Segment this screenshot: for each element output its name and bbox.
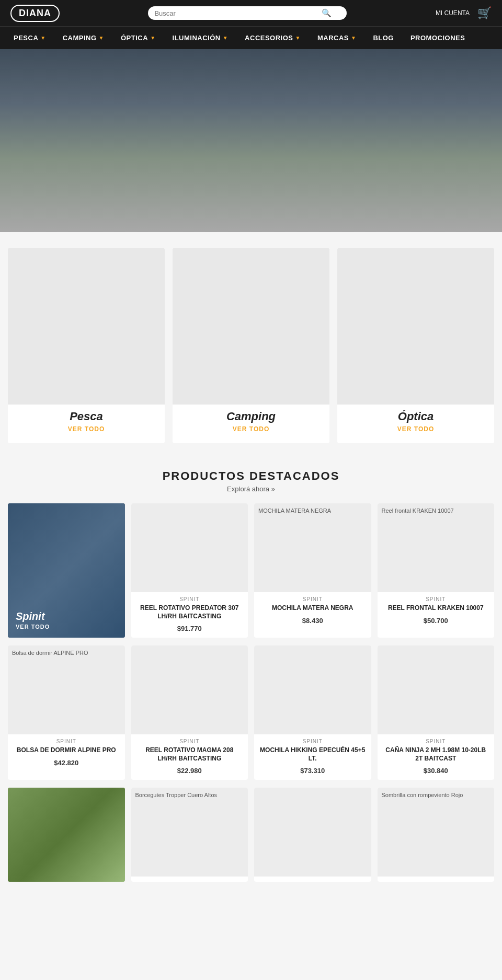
product-price: $8.430 [254,617,371,625]
category-link-optica[interactable]: VER TODO [397,425,434,433]
spinit-promo-card[interactable]: Spinit VER TODO [8,503,125,638]
chevron-down-icon: ▼ [223,35,228,41]
category-img-pesca [8,248,165,405]
search-input[interactable] [154,9,322,17]
product-brand: SPINIT [254,739,371,744]
chevron-down-icon: ▼ [40,35,45,41]
featured-title: PRODUCTOS DESTACADOS [8,469,494,483]
nav-item-promociones[interactable]: PROMOCIONES [402,27,473,49]
nav-item-optica[interactable]: ÓPTICA ▼ [112,27,164,49]
nav-item-camping[interactable]: CAMPING ▼ [54,27,112,49]
hero-banner-overlay [0,49,502,232]
product-brand: SPINIT [131,596,248,602]
product-grid-row3: Borceguíes Tropper Cuero Altos Sombrilla… [8,788,494,882]
product-brand: SPINIT [378,739,495,744]
product-img-reel-predator [131,503,248,592]
product-card-sombrilla[interactable]: Sombrilla con rompeviento Rojo [378,788,495,882]
cart-icon[interactable]: 🛒 [477,6,492,20]
product-img-sombrilla: Sombrilla con rompeviento Rojo [378,788,495,877]
product-img-borceguies: Borceguíes Tropper Cuero Altos [131,788,248,877]
chevron-down-icon: ▼ [351,35,356,41]
nav-item-blog[interactable]: BLOG [364,27,402,49]
category-title-camping: Camping [226,410,276,423]
product-card-borceguies[interactable]: Borceguíes Tropper Cuero Altos [131,788,248,882]
category-section: Pesca VER TODO Camping VER TODO Óptica V… [0,232,502,454]
product-card-reel-kraken[interactable]: Reel frontal KRAKEN 10007 SPINIT REEL FR… [378,503,495,638]
product-img-mochila-matera: MOCHILA MATERA NEGRA [254,503,371,592]
category-link-camping[interactable]: VER TODO [233,425,269,433]
category-link-pesca[interactable]: VER TODO [68,425,105,433]
product-name: REEL ROTATIVO MAGMA 208 LH/RH BAITCASTIN… [131,744,248,765]
hero-banner [0,49,502,232]
search-bar: 🔍 [148,6,347,20]
category-card-optica[interactable]: Óptica VER TODO [337,248,494,443]
product-card-mochila-matera[interactable]: MOCHILA MATERA NEGRA SPINIT MOCHILA MATE… [254,503,371,638]
product-brand: SPINIT [254,596,371,602]
header-right: MI CUENTA 🛒 [436,6,492,20]
logo[interactable]: DIANA [10,5,60,22]
product-img-bolsa-dormir: Bolsa de dormir ALPINE PRO [8,645,125,734]
mi-cuenta-link[interactable]: MI CUENTA [436,9,470,17]
category-card-pesca[interactable]: Pesca VER TODO [8,248,165,443]
camping-promo-card[interactable] [8,788,125,882]
product-img-reel-kraken: Reel frontal KRAKEN 10007 [378,503,495,592]
category-img-optica [337,248,494,405]
product-price: $73.310 [254,767,371,775]
category-title-pesca: Pesca [70,410,103,423]
camping-promo-image [8,788,125,882]
category-title-optica: Óptica [398,410,433,423]
product-grid-row1: Spinit VER TODO SPINIT REEL ROTATIVO PRE… [8,503,494,638]
product-img-placeholder [254,788,371,877]
product-card-placeholder[interactable] [254,788,371,882]
product-card-cana-ninja[interactable]: SPINIT CAÑA NINJA 2 MH 1.98M 10-20LB 2T … [378,645,495,780]
product-name: CAÑA NINJA 2 MH 1.98M 10-20LB 2T BAITCAS… [378,744,495,765]
top-header: DIANA 🔍 MI CUENTA 🛒 [0,0,502,26]
chevron-down-icon: ▼ [99,35,104,41]
main-nav: PESCA ▼ CAMPING ▼ ÓPTICA ▼ ILUMINACIÓN ▼… [0,26,502,49]
product-img-label: MOCHILA MATERA NEGRA [258,508,331,514]
product-price: $50.700 [378,617,495,625]
category-img-camping [173,248,329,405]
spinit-ver-todo-link[interactable]: VER TODO [16,624,117,630]
featured-section: PRODUCTOS DESTACADOS Explorá ahora » Spi… [0,454,502,900]
product-brand: SPINIT [8,739,125,744]
product-price: $91.770 [131,625,248,632]
product-card-bolsa-dormir[interactable]: Bolsa de dormir ALPINE PRO SPINIT BOLSA … [8,645,125,780]
product-img-reel-magma [131,645,248,734]
nav-item-marcas[interactable]: MARCAS ▼ [309,27,364,49]
spinit-brand-label: Spinit [16,610,117,622]
chevron-down-icon: ▼ [295,35,301,41]
product-brand: SPINIT [131,739,248,744]
product-img-label: Borceguíes Tropper Cuero Altos [135,792,218,798]
product-brand: SPINIT [378,596,495,602]
product-price: $30.840 [378,767,495,775]
product-img-label: Sombrilla con rompeviento Rojo [382,792,463,798]
product-img-label: Reel frontal KRAKEN 10007 [382,508,454,514]
product-name: MOCHILA MATERA NEGRA [254,602,371,615]
chevron-down-icon: ▼ [150,35,155,41]
product-card-mochila-hikking[interactable]: SPINIT MOCHILA HIKKING EPECUÉN 45+5 LT. … [254,645,371,780]
product-name: REEL ROTATIVO PREDATOR 307 LH/RH BAITCAS… [131,602,248,622]
product-card-reel-predator[interactable]: SPINIT REEL ROTATIVO PREDATOR 307 LH/RH … [131,503,248,638]
product-img-cana-ninja [378,645,495,734]
product-img-mochila-hikking [254,645,371,734]
nav-item-iluminacion[interactable]: ILUMINACIÓN ▼ [164,27,237,49]
category-card-camping[interactable]: Camping VER TODO [173,248,329,443]
nav-item-pesca[interactable]: PESCA ▼ [5,27,54,49]
featured-subtitle[interactable]: Explorá ahora » [8,485,494,493]
product-grid-row2: Bolsa de dormir ALPINE PRO SPINIT BOLSA … [8,645,494,780]
product-price: $22.980 [131,767,248,775]
product-price: $42.820 [8,759,125,767]
product-img-label: Bolsa de dormir ALPINE PRO [12,650,88,656]
product-name: REEL FRONTAL KRAKEN 10007 [378,602,495,615]
product-name: BOLSA DE DORMIR ALPINE PRO [8,744,125,757]
nav-item-accesorios[interactable]: ACCESORIOS ▼ [236,27,309,49]
product-card-reel-magma[interactable]: SPINIT REEL ROTATIVO MAGMA 208 LH/RH BAI… [131,645,248,780]
search-icon[interactable]: 🔍 [322,8,332,18]
product-name: MOCHILA HIKKING EPECUÉN 45+5 LT. [254,744,371,765]
